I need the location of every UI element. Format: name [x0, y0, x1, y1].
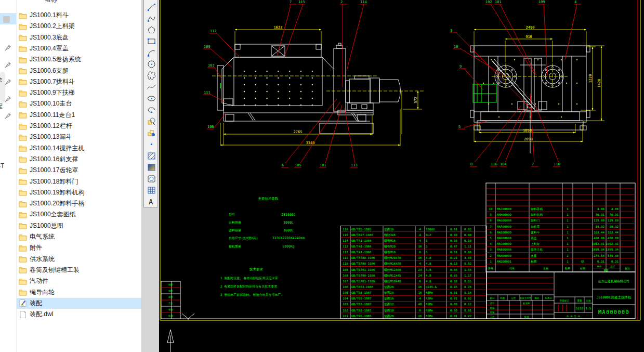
file-label: JS1000.16斜支撑	[30, 155, 78, 164]
svg-text:螺栓M10X40: 螺栓M10X40	[384, 279, 401, 283]
svg-text:106: 106	[343, 285, 348, 289]
file-row[interactable]: 绳导向轮	[17, 287, 141, 298]
file-row[interactable]: JS1000.18卸料门	[17, 176, 141, 187]
revision-cloud-tool-button[interactable]	[146, 70, 157, 82]
svg-text:111: 111	[343, 256, 348, 259]
svg-text:0.07: 0.07	[450, 245, 457, 248]
svg-text:103.44: 103.44	[608, 231, 619, 234]
file-row[interactable]: 装配	[17, 298, 141, 309]
file-label: JS1000.4罩盖	[30, 44, 69, 53]
file-row[interactable]: 卷筒及刨键槽工装	[17, 265, 141, 276]
folder-icon	[19, 123, 27, 130]
application-window: 余程ST 名称 JS1000.1料斗JS1000.2上料架JS1000.3底盘J…	[0, 0, 644, 352]
pin-icon[interactable]	[4, 78, 12, 86]
svg-text:1952.31: 1952.31	[592, 242, 605, 245]
arc-tool-button[interactable]	[146, 47, 157, 59]
file-row[interactable]: JS1000总图	[17, 220, 141, 231]
svg-text:底盘: 底盘	[531, 237, 537, 240]
file-row[interactable]: JS1000.12栏杆	[17, 121, 141, 132]
table-tool-button[interactable]	[146, 185, 157, 197]
svg-text:0.01: 0.01	[464, 309, 471, 312]
file-row[interactable]: JS1000.9下扶梯	[17, 87, 141, 98]
file-label: JS1000全套图纸	[30, 210, 76, 219]
point-tool-button[interactable]	[146, 139, 157, 151]
svg-text:GB/T95-1985: GB/T95-1985	[351, 228, 372, 231]
svg-text:4: 4	[490, 242, 492, 245]
file-row[interactable]: JS1000.16斜支撑	[17, 154, 141, 165]
multiline-text-tool-button[interactable]: A	[146, 196, 157, 208]
svg-text:支腿: 支腿	[531, 254, 537, 258]
line-tool-button[interactable]	[146, 2, 157, 14]
file-row[interactable]: JS1000.10走台	[17, 98, 141, 109]
file-row[interactable]: JS1000.1料斗	[17, 10, 141, 21]
file-row[interactable]: JS1000.7拢料斗	[17, 76, 141, 87]
file-label: JS1000.6支腿	[30, 67, 69, 75]
svg-text:110: 110	[554, 162, 560, 166]
file-row[interactable]: 装配.dwl	[17, 309, 141, 320]
rectangle-tool-button[interactable]	[146, 36, 157, 48]
svg-text:0.06: 0.06	[464, 251, 471, 254]
folder-icon	[19, 266, 27, 273]
svg-text:备注: 备注	[625, 267, 630, 270]
file-row[interactable]: JS1000.13漏斗	[17, 132, 141, 142]
svg-text:0.05: 0.05	[450, 274, 457, 277]
gradient-tool-button[interactable]	[146, 162, 157, 174]
cad-drawing-canvas[interactable]: 16222765334037224909101850209012201420 1…	[159, 0, 644, 352]
svg-text:GB/T827-1986: GB/T827-1986	[351, 233, 373, 237]
polyline-tool-button[interactable]	[146, 13, 157, 25]
svg-text:108: 108	[343, 274, 348, 277]
svg-text:螺母M10: 螺母M10	[384, 250, 396, 254]
svg-text:阶段标记: 阶段标记	[560, 299, 570, 303]
nav-item-partial-label[interactable]: ST	[0, 162, 4, 170]
svg-text:拢料斗: 拢料斗	[530, 231, 540, 234]
svg-text:1420: 1420	[597, 79, 601, 88]
file-row[interactable]: JS1000.2上料架	[17, 21, 141, 32]
nav-item-icon[interactable]	[3, 16, 10, 23]
pin-icon[interactable]	[4, 44, 12, 52]
svg-text:1: 1	[567, 231, 569, 234]
circle-tool-button[interactable]	[146, 59, 157, 71]
ellipse-arc-tool-button[interactable]	[146, 105, 157, 116]
file-row[interactable]: JS1000.14搅拌主机	[17, 143, 141, 154]
file-row[interactable]: 供水系统	[17, 254, 141, 265]
svg-text:3: 3	[450, 29, 452, 33]
file-row[interactable]: JS1000.20卸料手柄	[17, 198, 141, 209]
svg-text:16: 16	[418, 245, 422, 248]
svg-text:101: 101	[495, 0, 502, 4]
region-tool-button[interactable]	[146, 173, 157, 185]
svg-text:上料架: 上料架	[531, 242, 540, 245]
nav-item-partial-label[interactable]: 余	[0, 75, 3, 84]
make-block-tool-button[interactable]	[146, 127, 157, 139]
file-row[interactable]: JS1000.19卸料机构	[17, 187, 141, 198]
file-row[interactable]: 电气系统	[17, 231, 141, 242]
file-row[interactable]: 附件	[17, 242, 141, 253]
svg-text:5: 5	[426, 245, 428, 248]
pin-icon[interactable]	[4, 61, 12, 69]
folder-icon	[19, 23, 27, 30]
pin-icon[interactable]	[4, 112, 12, 120]
file-row[interactable]: JS1000.4罩盖	[17, 43, 141, 54]
insert-block-tool-button[interactable]	[146, 116, 157, 128]
svg-text:0.31: 0.31	[611, 260, 619, 263]
ellipse-arc-icon	[147, 105, 156, 115]
svg-text:4: 4	[419, 262, 421, 265]
svg-text:MAC00000: MAC00000	[497, 242, 511, 245]
polygon-tool-button[interactable]	[146, 24, 157, 36]
file-row[interactable]: JS1000.5卷扬系统	[17, 54, 141, 65]
file-row[interactable]: JS1000.11走台1	[17, 110, 141, 121]
svg-text:460.89: 460.89	[608, 237, 619, 240]
nav-item-partial-label[interactable]: 程	[0, 102, 3, 111]
file-row[interactable]: JS1000全套图纸	[17, 209, 141, 220]
file-row[interactable]: JS1000.3底盘	[17, 32, 141, 43]
ellipse-tool-button[interactable]	[146, 93, 157, 105]
file-row[interactable]: 汽动件	[17, 276, 141, 286]
pin-icon[interactable]	[4, 95, 12, 103]
rectangle-icon	[147, 36, 156, 46]
quick-access-nav[interactable]: 余程ST	[0, 0, 17, 352]
hatch-tool-button[interactable]	[146, 150, 157, 162]
svg-text:0.01: 0.01	[450, 251, 457, 254]
name-column-header[interactable]: 名称	[45, 0, 57, 4]
file-row[interactable]: JS1000.6支腿	[17, 66, 141, 76]
spline-tool-button[interactable]	[146, 82, 157, 94]
file-row[interactable]: JS1000.17齿轮罩	[17, 165, 141, 176]
